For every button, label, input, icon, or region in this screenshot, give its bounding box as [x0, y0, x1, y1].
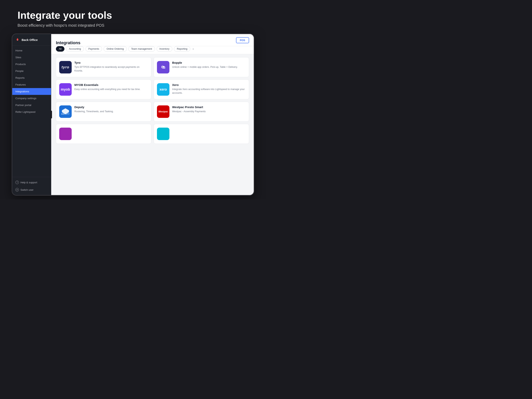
integration-logo: DEPUTY [59, 105, 72, 118]
integration-card-Xero[interactable]: xeroXeroIntegrate Xero accounting softwa… [154, 79, 249, 99]
filter-chip-accounting[interactable]: Accounting [66, 46, 84, 52]
integration-logo: myob [59, 83, 72, 96]
sidebar-logo: Back Office [12, 34, 51, 45]
integration-description: Easy online accounting with everything y… [74, 87, 148, 91]
integration-description: Westpac - Assembly Payments [172, 110, 246, 113]
main-content: Integrations POS AllAccountingPaymentsOn… [51, 34, 254, 195]
hero-section: Integrate your tools Boost efficiency wi… [12, 8, 254, 33]
sidebar-item-features[interactable]: Features [12, 81, 51, 88]
integrations-title-wrap: Integrations [56, 38, 83, 45]
sidebar-item-company-settings[interactable]: Company settings [12, 95, 51, 102]
pos-button[interactable]: POS [236, 37, 249, 43]
sidebar-item-integrations[interactable]: Integrations [12, 88, 51, 95]
integration-name: Deputy [74, 105, 148, 109]
footer-icon: ? [15, 180, 19, 184]
integration-logo: xero [157, 83, 169, 96]
integrations-grid: tyroTyroTyro EFTPOS integration to seaml… [51, 54, 254, 195]
integration-description: Rostering, Timesheets, and Tasking. [74, 110, 148, 113]
integration-logo: Westpac [157, 105, 169, 118]
integration-name: MYOB Essentials [74, 83, 148, 86]
integration-logo-partial [59, 128, 72, 140]
integration-name: Bopple [172, 61, 246, 64]
integration-name: Tyro [74, 61, 148, 64]
integration-description: Unlock online + mobile app orders. Pick-… [172, 65, 246, 69]
filter-chip-reporting[interactable]: Reporting [174, 46, 190, 52]
filter-chip-all[interactable]: All [56, 46, 64, 52]
sidebar-item-sites[interactable]: Sites [12, 54, 51, 61]
sidebar-item-people[interactable]: People [12, 68, 51, 74]
sidebar-item-partner-portal[interactable]: Partner portal [12, 102, 51, 109]
integration-info: XeroIntegrate Xero accounting software i… [172, 83, 246, 95]
integration-info: DeputyRostering, Timesheets, and Tasking… [74, 105, 148, 113]
integration-card-Deputy[interactable]: DEPUTYDeputyRostering, Timesheets, and T… [56, 102, 151, 122]
integrations-title: Integrations [56, 40, 80, 45]
sidebar: Back Office HomeSitesProductsPeopleRepor… [12, 34, 51, 195]
filter-chips-bar: AllAccountingPaymentsOnline OrderingTeam… [51, 46, 254, 54]
tablet-frame: Back Office HomeSitesProductsPeopleRepor… [12, 33, 254, 196]
hero-title: Integrate your tools [18, 10, 254, 21]
integration-name: Xero [172, 83, 246, 86]
integration-card-Bopple[interactable]: 🛍BoppleUnlock online + mobile app orders… [154, 57, 249, 77]
sidebar-footer-help-&-support[interactable]: ?Help & support [12, 179, 51, 186]
flame-icon [15, 38, 20, 42]
integration-info: BoppleUnlock online + mobile app orders.… [172, 61, 246, 69]
integration-logo: 🛍 [157, 61, 169, 73]
filter-chip-online-ordering[interactable]: Online Ordering [104, 46, 127, 52]
integrations-header: Integrations POS [51, 34, 254, 46]
svg-text:🛍: 🛍 [161, 65, 165, 69]
sidebar-footer: ?Help & support⟳Switch user [12, 177, 51, 195]
sidebar-logo-text: Back Office [22, 38, 38, 41]
integration-card-Westpac Presto Smart[interactable]: WestpacWestpac Presto SmartWestpac - Ass… [154, 102, 249, 122]
sidebar-item-products[interactable]: Products [12, 61, 51, 68]
integration-logo-partial [157, 128, 169, 140]
integration-card-MYOB Essentials[interactable]: myobMYOB EssentialsEasy online accountin… [56, 79, 151, 99]
integration-description: Integrate Xero accounting software into … [172, 87, 246, 95]
footer-item-label: Help & support [20, 181, 37, 184]
filter-chip-inventory[interactable]: Inventory [157, 46, 172, 52]
integration-card-partial[interactable] [56, 124, 151, 144]
sidebar-item-home[interactable]: Home [12, 47, 51, 54]
integration-description: Tyro EFTPOS integration to seamlessly ac… [74, 65, 148, 73]
integration-info: MYOB EssentialsEasy online accounting wi… [74, 83, 148, 91]
sidebar-footer-switch-user[interactable]: ⟳Switch user [12, 186, 51, 193]
camera-bump [51, 111, 52, 118]
integration-card-Tyro[interactable]: tyroTyroTyro EFTPOS integration to seaml… [56, 57, 151, 77]
filter-chip-team-management[interactable]: Team management [128, 46, 155, 52]
integration-name: Westpac Presto Smart [172, 105, 246, 109]
integration-info: Westpac Presto SmartWestpac - Assembly P… [172, 105, 246, 113]
filter-bar: Integrations [56, 38, 83, 45]
integration-info: TyroTyro EFTPOS integration to seamlessl… [74, 61, 148, 73]
sidebar-item-reports[interactable]: Reports [12, 74, 51, 81]
sidebar-nav: HomeSitesProductsPeopleReportsFeaturesIn… [12, 45, 51, 177]
hero-subtitle: Boost efficiency with hospo's most integ… [18, 23, 254, 28]
integration-logo: tyro [59, 61, 72, 73]
footer-item-label: Switch user [20, 188, 33, 191]
integration-card-partial[interactable] [154, 124, 249, 144]
filter-more-chevron-icon[interactable]: › [192, 47, 194, 51]
footer-icon: ⟳ [15, 188, 19, 192]
filter-chip-payments[interactable]: Payments [85, 46, 102, 52]
sidebar-item-refer-lightspeed[interactable]: Refer Lightspeed [12, 109, 51, 115]
